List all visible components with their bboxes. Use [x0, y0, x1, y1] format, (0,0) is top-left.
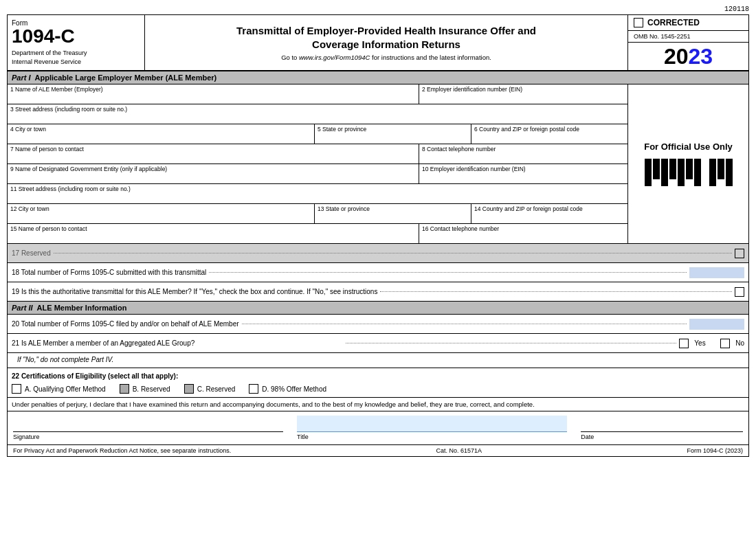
header-left: Form 1094-C Department of the Treasury I… [8, 15, 145, 70]
field-7: 7 Name of person to contact [8, 144, 419, 163]
part2-header: Part II ALE Member Information [7, 302, 749, 315]
field-9: 9 Name of Designated Government Entity (… [8, 164, 419, 183]
dotted-fill-21 [346, 343, 677, 343]
official-use-title: For Official Use Only [644, 142, 733, 152]
yes-no-options: Yes No [679, 339, 744, 348]
cert-options: A. Qualifying Offer Method B. Reserved C… [12, 384, 744, 394]
cert-b: B. Reserved [120, 384, 170, 394]
form-row-12-13-14: 12 City or town 13 State or province 14 … [8, 204, 627, 224]
dotted-fill-18 [209, 272, 687, 273]
row-18: 18 Total number of Forms 1095-C submitte… [7, 263, 749, 282]
input-20[interactable] [689, 319, 744, 330]
dotted-fill-20 [242, 324, 687, 324]
tax-year: 2023 [628, 43, 748, 70]
form-title: Transmittal of Employer-Provided Health … [152, 24, 621, 51]
row-21: 21 Is ALE Member a member of an Aggregat… [7, 334, 749, 353]
checkbox-cert-c[interactable] [184, 384, 194, 394]
row-22: 22 Certifications of Eligibility (select… [7, 368, 749, 398]
doc-id: 120118 [7, 5, 749, 13]
signature-section: Under penalties of perjury, I declare th… [7, 398, 749, 457]
corrected-row: CORRECTED [628, 15, 748, 31]
field-5: 5 State or province [315, 124, 471, 144]
footer: For Privacy Act and Paperwork Reduction … [8, 445, 748, 456]
footer-cat: Cat. No. 61571A [436, 447, 482, 454]
bar [709, 159, 716, 186]
field-10: 10 Employer identification number (EIN) [419, 164, 627, 183]
field-3: 3 Street address (including room or suit… [8, 104, 627, 124]
bar [669, 159, 676, 179]
form-row-15-16: 15 Name of person to contact 16 Contact … [8, 224, 627, 243]
field-15: 15 Name of person to contact [8, 224, 419, 243]
field-16: 16 Contact telephone number [419, 224, 627, 243]
bar [718, 159, 724, 179]
sig-row: Signature Title Date [8, 411, 748, 445]
bar [694, 159, 701, 186]
sig-field-signature: Signature [13, 416, 283, 440]
field-11: 11 Street address (including room or sui… [8, 184, 627, 203]
dept-text: Department of the Treasury Internal Reve… [12, 49, 140, 66]
corrected-checkbox[interactable] [634, 18, 643, 27]
sig-field-date: Date [581, 416, 743, 440]
checkbox-19[interactable] [735, 287, 744, 297]
bar [678, 159, 685, 186]
form-row-9-10: 9 Name of Designated Government Entity (… [8, 164, 627, 184]
field-2: 2 Employer identification number (EIN) [419, 84, 627, 104]
omb-number: OMB No. 1545-2251 [628, 31, 748, 43]
if-no-instruction: If "No," do not complete Part IV. [7, 353, 749, 368]
form-row-1-2: 1 Name of ALE Member (Employer) 2 Employ… [8, 84, 627, 104]
form-header: Form 1094-C Department of the Treasury I… [7, 14, 749, 71]
perjury-text: Under penalties of perjury, I declare th… [8, 398, 748, 411]
form-row-11: 11 Street address (including room or sui… [8, 184, 627, 204]
form-number-block: Form 1094-C [12, 19, 140, 46]
footer-privacy: For Privacy Act and Paperwork Reduction … [13, 447, 231, 454]
bar [653, 159, 660, 179]
row-17: 17 Reserved [7, 244, 749, 263]
checkbox-21-no[interactable] [720, 339, 730, 348]
bar [661, 159, 668, 186]
cert-a: A. Qualifying Offer Method [12, 384, 106, 394]
bar [726, 159, 733, 186]
dotted-fill-19 [380, 291, 732, 292]
part1-fields: 1 Name of ALE Member (Employer) 2 Employ… [8, 84, 628, 243]
date-line[interactable] [581, 416, 743, 432]
header-right: CORRECTED OMB No. 1545-2251 2023 [628, 15, 748, 70]
field-8: 8 Contact telephone number [419, 144, 627, 163]
form-row-3: 3 Street address (including room or suit… [8, 104, 627, 124]
bar [645, 159, 652, 186]
field-6: 6 Country and ZIP or foreign postal code [471, 124, 627, 144]
signature-line[interactable] [13, 416, 283, 432]
field-13: 13 State or province [315, 204, 471, 223]
checkbox-17[interactable] [735, 249, 744, 258]
form-row-4-5-6: 4 City or town 5 State or province 6 Cou… [8, 124, 627, 144]
bar [686, 159, 693, 179]
part1-header: Part I Applicable Large Employer Member … [7, 71, 749, 84]
checkbox-21-yes[interactable] [679, 339, 689, 348]
form-row-7-8: 7 Name of person to contact 8 Contact te… [8, 144, 627, 164]
checkbox-cert-b[interactable] [120, 384, 129, 394]
part1-content: 1 Name of ALE Member (Employer) 2 Employ… [7, 84, 749, 244]
sig-field-title: Title [297, 416, 567, 440]
official-use-panel: For Official Use Only [628, 84, 748, 243]
instructions: Go to www.irs.gov/Form1094C for instruct… [152, 54, 621, 61]
field-1: 1 Name of ALE Member (Employer) [8, 84, 419, 104]
barcode [645, 159, 733, 186]
page: 120118 Form 1094-C Department of the Tre… [0, 0, 756, 542]
checkbox-cert-d[interactable] [249, 384, 258, 394]
input-18[interactable] [689, 267, 744, 278]
cert-c: C. Reserved [184, 384, 236, 394]
checkbox-cert-a[interactable] [12, 384, 21, 394]
corrected-label: CORRECTED [647, 18, 700, 27]
header-middle: Transmittal of Employer-Provided Health … [145, 15, 628, 70]
field-4: 4 City or town [8, 124, 315, 144]
title-line[interactable] [297, 416, 567, 432]
dotted-fill-17 [54, 253, 732, 253]
footer-form: Form 1094-C (2023) [687, 447, 743, 454]
row-19: 19 Is this the authoritative transmittal… [7, 282, 749, 302]
field-12: 12 City or town [8, 204, 315, 223]
row-20: 20 Total number of Forms 1095-C filed by… [7, 315, 749, 334]
field-14: 14 Country and ZIP or foreign postal cod… [471, 204, 627, 223]
cert-d: D. 98% Offer Method [249, 384, 326, 394]
